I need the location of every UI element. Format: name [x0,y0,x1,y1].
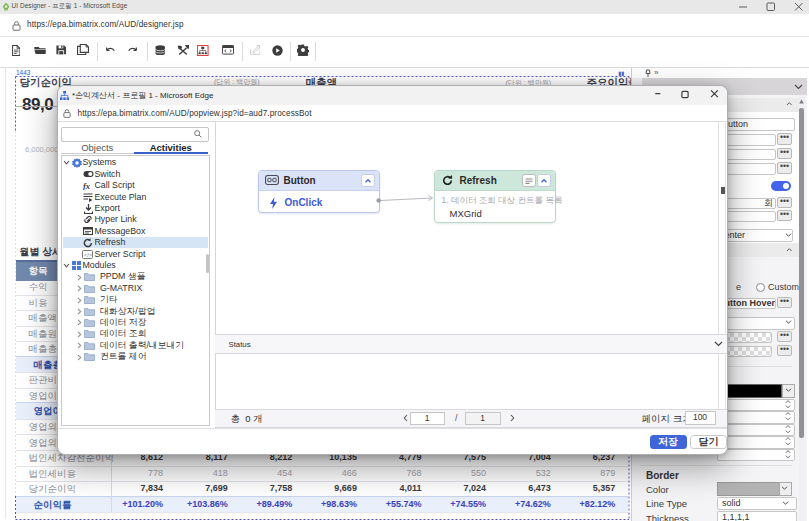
svg-text:fx: fx [83,181,91,190]
svg-text:</>: </> [84,251,92,257]
